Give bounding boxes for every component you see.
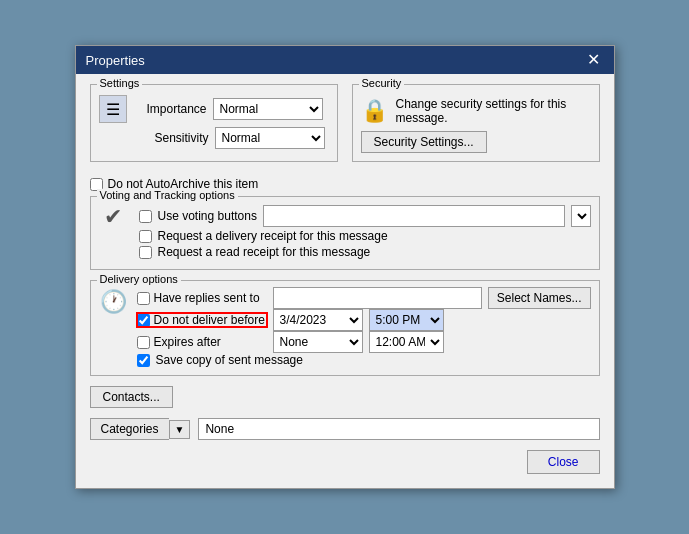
save-copy-row: Save copy of sent message	[137, 353, 591, 367]
save-copy-label: Save copy of sent message	[156, 353, 303, 367]
dialog-body: Settings ☰ Importance Normal Low High	[76, 74, 614, 488]
settings-section-label: Settings	[97, 77, 143, 89]
have-replies-row: Have replies sent to Select Names...	[137, 287, 591, 309]
categories-row: Categories ▼ None	[90, 418, 600, 440]
expires-label: Expires after	[154, 335, 221, 349]
delivery-section-label: Delivery options	[97, 273, 181, 285]
footer-row: Contacts...	[90, 386, 600, 408]
importance-label: Importance	[137, 102, 207, 116]
security-button-row: Security Settings...	[361, 131, 591, 153]
sensitivity-label: Sensitivity	[139, 131, 209, 145]
expires-time-select[interactable]: 12:00 AM	[369, 331, 444, 353]
have-replies-checkbox[interactable]	[137, 292, 150, 305]
use-voting-label: Use voting buttons	[158, 209, 257, 223]
security-section: Security 🔒 Change security settings for …	[352, 84, 600, 162]
delivery-receipt-row: Request a delivery receipt for this mess…	[139, 229, 591, 243]
voting-buttons-field[interactable]	[263, 205, 565, 227]
delivery-content: 🕐 Have replies sent to Select Names...	[99, 287, 591, 367]
use-voting-row: Use voting buttons	[139, 205, 591, 227]
security-description: Change security settings for this messag…	[396, 97, 591, 125]
settings-grid: ☰ Importance Normal Low High Sensitivity	[99, 95, 329, 149]
use-voting-checkbox[interactable]	[139, 210, 152, 223]
delivery-icon: 🕐	[99, 287, 129, 317]
security-settings-button[interactable]: Security Settings...	[361, 131, 487, 153]
voting-dropdown[interactable]	[571, 205, 591, 227]
contacts-button[interactable]: Contacts...	[90, 386, 173, 408]
properties-dialog: Properties ✕ Settings ☰ Importance Norma…	[75, 45, 615, 489]
categories-button-group: Categories ▼	[90, 418, 191, 440]
have-replies-label: Have replies sent to	[154, 291, 260, 305]
read-receipt-row: Request a read receipt for this message	[139, 245, 591, 259]
read-receipt-checkbox[interactable]	[139, 246, 152, 259]
settings-icon: ☰	[99, 95, 127, 123]
delivery-receipt-checkbox[interactable]	[139, 230, 152, 243]
lock-icon: 🔒	[361, 98, 388, 124]
voting-section-label: Voting and Tracking options	[97, 189, 238, 201]
top-section-row: Settings ☰ Importance Normal Low High	[90, 84, 600, 162]
dialog-title: Properties	[86, 53, 145, 68]
title-bar-close-button[interactable]: ✕	[583, 52, 604, 68]
security-content: 🔒 Change security settings for this mess…	[361, 91, 591, 153]
deliver-time-select[interactable]: 5:00 PM	[369, 309, 444, 331]
categories-arrow-button[interactable]: ▼	[169, 420, 191, 439]
expires-checkbox[interactable]	[137, 336, 150, 349]
sensitivity-select[interactable]: Normal Personal Private Confidential	[215, 127, 325, 149]
delivery-receipt-label: Request a delivery receipt for this mess…	[158, 229, 388, 243]
voting-section: Voting and Tracking options ✔ Use voting…	[90, 196, 600, 270]
do-not-deliver-label: Do not deliver before	[154, 313, 265, 327]
sensitivity-row: Sensitivity Normal Personal Private Conf…	[99, 127, 329, 149]
have-replies-check-label: Have replies sent to	[137, 291, 267, 305]
importance-select[interactable]: Normal Low High	[213, 98, 323, 120]
have-replies-field[interactable]	[273, 287, 482, 309]
voting-content: ✔ Use voting buttons Request a delivery …	[99, 203, 591, 261]
save-copy-checkbox[interactable]	[137, 354, 150, 367]
categories-main-button[interactable]: Categories	[90, 418, 169, 440]
voting-icon: ✔	[99, 203, 127, 231]
security-section-label: Security	[359, 77, 405, 89]
importance-row: ☰ Importance Normal Low High	[99, 95, 329, 123]
deliver-date-select[interactable]: 3/4/2023	[273, 309, 363, 331]
do-not-deliver-checkbox[interactable]	[137, 314, 150, 327]
do-not-deliver-row: Do not deliver before 3/4/2023 5:00 PM	[137, 309, 591, 331]
close-btn-row: Close	[90, 450, 600, 474]
categories-value: None	[198, 418, 599, 440]
voting-rows: Use voting buttons Request a delivery re…	[135, 203, 591, 261]
close-dialog-button[interactable]: Close	[527, 450, 600, 474]
security-row: 🔒 Change security settings for this mess…	[361, 97, 591, 125]
title-bar: Properties ✕	[76, 46, 614, 74]
read-receipt-label: Request a read receipt for this message	[158, 245, 371, 259]
delivery-rows: Have replies sent to Select Names... Do …	[137, 287, 591, 367]
expires-date-select[interactable]: None	[273, 331, 363, 353]
settings-section: Settings ☰ Importance Normal Low High	[90, 84, 338, 162]
delivery-section: Delivery options 🕐 Have replies sent to …	[90, 280, 600, 376]
do-not-deliver-check-label: Do not deliver before	[137, 313, 267, 327]
expires-check-label: Expires after	[137, 335, 267, 349]
expires-row: Expires after None 12:00 AM	[137, 331, 591, 353]
select-names-button[interactable]: Select Names...	[488, 287, 591, 309]
